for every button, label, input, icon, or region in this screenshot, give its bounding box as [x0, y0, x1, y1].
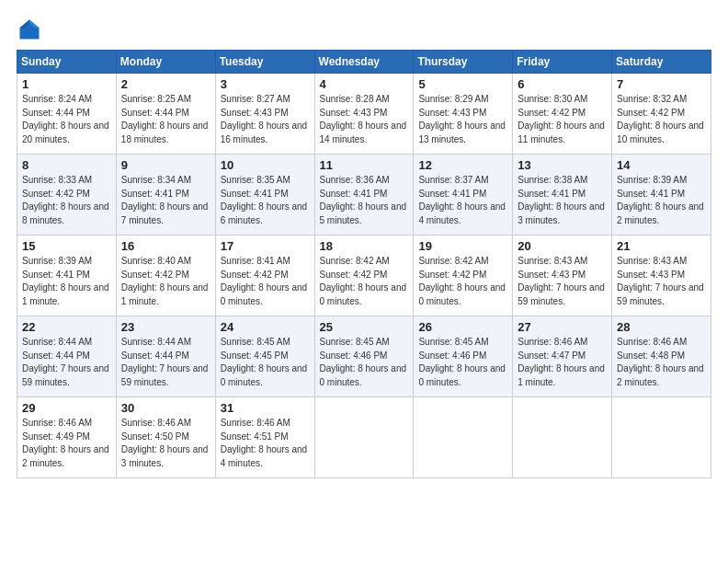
weekday-friday: Friday: [513, 51, 612, 74]
day-cell: 8Sunrise: 8:33 AMSunset: 4:42 PMDaylight…: [17, 155, 117, 236]
day-number: 4: [320, 77, 409, 91]
day-cell: 22Sunrise: 8:44 AMSunset: 4:44 PMDayligh…: [17, 316, 117, 397]
day-info: Sunrise: 8:39 AMSunset: 4:41 PMDaylight:…: [22, 255, 111, 308]
day-cell: [513, 397, 612, 478]
week-row-3: 15Sunrise: 8:39 AMSunset: 4:41 PMDayligh…: [17, 236, 711, 316]
logo: [17, 17, 46, 42]
day-info: Sunrise: 8:36 AMSunset: 4:41 PMDaylight:…: [320, 174, 409, 227]
day-number: 17: [221, 239, 310, 253]
day-cell: 7Sunrise: 8:32 AMSunset: 4:42 PMDaylight…: [612, 74, 711, 155]
calendar-table: SundayMondayTuesdayWednesdayThursdayFrid…: [17, 50, 711, 478]
day-cell: 14Sunrise: 8:39 AMSunset: 4:41 PMDayligh…: [612, 155, 711, 236]
day-cell: 30Sunrise: 8:46 AMSunset: 4:50 PMDayligh…: [116, 397, 215, 478]
day-number: 30: [121, 401, 210, 415]
day-number: 24: [221, 320, 310, 334]
day-cell: 13Sunrise: 8:38 AMSunset: 4:41 PMDayligh…: [513, 155, 612, 236]
day-cell: 16Sunrise: 8:40 AMSunset: 4:42 PMDayligh…: [116, 236, 215, 316]
day-info: Sunrise: 8:35 AMSunset: 4:41 PMDaylight:…: [221, 174, 310, 227]
day-number: 25: [320, 320, 409, 334]
weekday-header-row: SundayMondayTuesdayWednesdayThursdayFrid…: [17, 51, 711, 74]
day-info: Sunrise: 8:34 AMSunset: 4:41 PMDaylight:…: [121, 174, 210, 227]
day-cell: 28Sunrise: 8:46 AMSunset: 4:48 PMDayligh…: [612, 316, 711, 397]
weekday-monday: Monday: [116, 51, 215, 74]
day-cell: 1Sunrise: 8:24 AMSunset: 4:44 PMDaylight…: [17, 74, 117, 155]
day-number: 9: [121, 158, 210, 172]
day-info: Sunrise: 8:42 AMSunset: 4:42 PMDaylight:…: [320, 255, 409, 308]
day-info: Sunrise: 8:33 AMSunset: 4:42 PMDaylight:…: [22, 174, 111, 227]
weekday-wednesday: Wednesday: [314, 51, 414, 74]
day-info: Sunrise: 8:45 AMSunset: 4:46 PMDaylight:…: [418, 336, 507, 389]
day-info: Sunrise: 8:44 AMSunset: 4:44 PMDaylight:…: [22, 336, 111, 389]
day-cell: [314, 397, 414, 478]
day-cell: 5Sunrise: 8:29 AMSunset: 4:43 PMDaylight…: [414, 74, 513, 155]
day-number: 7: [617, 77, 706, 91]
day-info: Sunrise: 8:28 AMSunset: 4:43 PMDaylight:…: [320, 93, 409, 146]
calendar-page: SundayMondayTuesdayWednesdayThursdayFrid…: [0, 0, 728, 563]
day-info: Sunrise: 8:44 AMSunset: 4:44 PMDaylight:…: [121, 336, 210, 389]
day-info: Sunrise: 8:41 AMSunset: 4:42 PMDaylight:…: [221, 255, 310, 308]
day-info: Sunrise: 8:24 AMSunset: 4:44 PMDaylight:…: [22, 93, 111, 146]
day-cell: 25Sunrise: 8:45 AMSunset: 4:46 PMDayligh…: [314, 316, 414, 397]
day-number: 8: [22, 158, 111, 172]
day-number: 22: [22, 320, 111, 334]
day-cell: [612, 397, 711, 478]
day-info: Sunrise: 8:46 AMSunset: 4:49 PMDaylight:…: [22, 417, 111, 470]
day-info: Sunrise: 8:40 AMSunset: 4:42 PMDaylight:…: [121, 255, 210, 308]
day-number: 31: [221, 401, 310, 415]
day-cell: 15Sunrise: 8:39 AMSunset: 4:41 PMDayligh…: [17, 236, 117, 316]
day-info: Sunrise: 8:46 AMSunset: 4:50 PMDaylight:…: [121, 417, 210, 470]
weekday-saturday: Saturday: [612, 51, 711, 74]
day-number: 28: [617, 320, 706, 334]
day-number: 29: [22, 401, 111, 415]
day-cell: 9Sunrise: 8:34 AMSunset: 4:41 PMDaylight…: [116, 155, 215, 236]
day-info: Sunrise: 8:39 AMSunset: 4:41 PMDaylight:…: [617, 174, 706, 227]
day-info: Sunrise: 8:25 AMSunset: 4:44 PMDaylight:…: [121, 93, 210, 146]
week-row-4: 22Sunrise: 8:44 AMSunset: 4:44 PMDayligh…: [17, 316, 711, 397]
day-info: Sunrise: 8:46 AMSunset: 4:48 PMDaylight:…: [617, 336, 706, 389]
day-info: Sunrise: 8:45 AMSunset: 4:45 PMDaylight:…: [221, 336, 310, 389]
day-number: 15: [22, 239, 111, 253]
day-number: 16: [121, 239, 210, 253]
day-info: Sunrise: 8:38 AMSunset: 4:41 PMDaylight:…: [518, 174, 607, 227]
logo-icon: [17, 17, 42, 42]
day-info: Sunrise: 8:45 AMSunset: 4:46 PMDaylight:…: [320, 336, 409, 389]
week-row-5: 29Sunrise: 8:46 AMSunset: 4:49 PMDayligh…: [17, 397, 711, 478]
day-cell: 6Sunrise: 8:30 AMSunset: 4:42 PMDaylight…: [513, 74, 612, 155]
day-cell: [414, 397, 513, 478]
day-number: 1: [22, 77, 111, 91]
header: [17, 17, 711, 42]
day-cell: 19Sunrise: 8:42 AMSunset: 4:42 PMDayligh…: [414, 236, 513, 316]
day-cell: 3Sunrise: 8:27 AMSunset: 4:43 PMDaylight…: [215, 74, 314, 155]
day-number: 6: [518, 77, 607, 91]
day-cell: 20Sunrise: 8:43 AMSunset: 4:43 PMDayligh…: [513, 236, 612, 316]
weekday-tuesday: Tuesday: [215, 51, 314, 74]
day-cell: 21Sunrise: 8:43 AMSunset: 4:43 PMDayligh…: [612, 236, 711, 316]
day-cell: 18Sunrise: 8:42 AMSunset: 4:42 PMDayligh…: [314, 236, 414, 316]
day-number: 18: [320, 239, 409, 253]
day-number: 11: [320, 158, 409, 172]
day-info: Sunrise: 8:27 AMSunset: 4:43 PMDaylight:…: [221, 93, 310, 146]
day-number: 5: [418, 77, 507, 91]
day-info: Sunrise: 8:30 AMSunset: 4:42 PMDaylight:…: [518, 93, 607, 146]
day-cell: 2Sunrise: 8:25 AMSunset: 4:44 PMDaylight…: [116, 74, 215, 155]
day-cell: 24Sunrise: 8:45 AMSunset: 4:45 PMDayligh…: [215, 316, 314, 397]
day-number: 3: [221, 77, 310, 91]
day-number: 21: [617, 239, 706, 253]
day-cell: 29Sunrise: 8:46 AMSunset: 4:49 PMDayligh…: [17, 397, 117, 478]
day-cell: 17Sunrise: 8:41 AMSunset: 4:42 PMDayligh…: [215, 236, 314, 316]
day-number: 27: [518, 320, 607, 334]
weekday-sunday: Sunday: [17, 51, 117, 74]
day-info: Sunrise: 8:37 AMSunset: 4:41 PMDaylight:…: [418, 174, 507, 227]
day-number: 19: [418, 239, 507, 253]
day-cell: 11Sunrise: 8:36 AMSunset: 4:41 PMDayligh…: [314, 155, 414, 236]
day-info: Sunrise: 8:29 AMSunset: 4:43 PMDaylight:…: [418, 93, 507, 146]
day-number: 23: [121, 320, 210, 334]
day-info: Sunrise: 8:43 AMSunset: 4:43 PMDaylight:…: [617, 255, 706, 308]
weekday-thursday: Thursday: [414, 51, 513, 74]
day-number: 14: [617, 158, 706, 172]
day-number: 20: [518, 239, 607, 253]
day-info: Sunrise: 8:32 AMSunset: 4:42 PMDaylight:…: [617, 93, 706, 146]
day-info: Sunrise: 8:42 AMSunset: 4:42 PMDaylight:…: [418, 255, 507, 308]
day-number: 12: [418, 158, 507, 172]
day-info: Sunrise: 8:46 AMSunset: 4:47 PMDaylight:…: [518, 336, 607, 389]
